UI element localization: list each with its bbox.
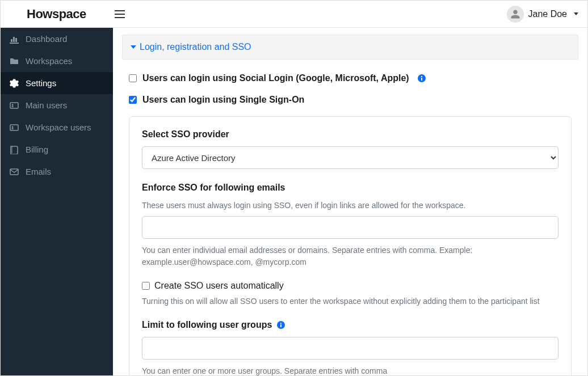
section-header-login-sso[interactable]: Login, registration and SSO <box>122 35 578 60</box>
sidebar-item-settings[interactable]: Settings <box>1 72 113 94</box>
sidebar-item-label: Main users <box>26 100 67 110</box>
chevron-down-icon <box>574 12 578 15</box>
sidebar: Dashboard Workspaces Settings Main users… <box>1 28 113 376</box>
enforce-sso-input[interactable] <box>142 216 558 239</box>
user-card-icon <box>10 123 19 132</box>
svg-rect-7 <box>421 76 422 77</box>
auto-create-checkbox[interactable] <box>142 282 150 290</box>
top-bar: Howspace Jane Doe <box>1 1 587 28</box>
sidebar-item-label: Emails <box>26 167 51 176</box>
info-icon[interactable] <box>417 74 426 83</box>
user-name: Jane Doe <box>528 9 568 19</box>
svg-point-3 <box>12 126 14 128</box>
gear-icon <box>10 79 19 88</box>
sidebar-item-workspace-users[interactable]: Workspace users <box>1 116 113 138</box>
main-content: Login, registration and SSO Users can lo… <box>113 28 587 376</box>
svg-rect-6 <box>421 78 422 81</box>
auto-create-label[interactable]: Create SSO users automatically <box>154 281 284 291</box>
limit-groups-input[interactable] <box>142 337 558 360</box>
chevron-down-icon <box>131 45 136 49</box>
sidebar-item-label: Workspaces <box>26 56 72 66</box>
user-card-icon <box>10 101 19 110</box>
enforce-sso-help: These users must always login using SSO,… <box>142 200 558 212</box>
chart-icon <box>10 35 19 44</box>
sso-login-label[interactable]: Users can login using Single Sign-On <box>142 95 304 105</box>
hamburger-menu-icon[interactable] <box>115 10 125 18</box>
social-login-label[interactable]: Users can login using Social Login (Goog… <box>142 73 409 83</box>
svg-rect-4 <box>10 169 18 175</box>
social-login-checkbox[interactable] <box>129 74 137 82</box>
brand-logo: Howspace <box>27 7 86 22</box>
info-icon[interactable] <box>276 320 285 329</box>
user-menu[interactable]: Jane Doe <box>507 6 579 23</box>
sso-provider-label: Select SSO provider <box>142 129 558 140</box>
section-title: Login, registration and SSO <box>140 42 251 52</box>
svg-rect-9 <box>280 324 282 327</box>
svg-rect-2 <box>10 125 18 130</box>
sso-provider-select[interactable]: Azure Active Directory <box>142 146 558 169</box>
svg-rect-10 <box>280 323 282 324</box>
enforce-sso-example: You can enter individual email addresses… <box>142 244 558 268</box>
sso-login-checkbox[interactable] <box>129 96 137 104</box>
limit-groups-help: You can enter one or more user groups. S… <box>142 365 558 376</box>
envelope-icon <box>10 167 19 176</box>
sidebar-item-main-users[interactable]: Main users <box>1 94 113 116</box>
folder-icon <box>10 57 19 66</box>
sidebar-item-label: Workspace users <box>26 122 91 132</box>
auto-create-help: Turning this on will allow all SSO users… <box>142 295 558 307</box>
sidebar-item-billing[interactable]: Billing <box>1 138 113 160</box>
sidebar-item-label: Billing <box>26 145 48 154</box>
sidebar-item-label: Settings <box>26 78 56 88</box>
sidebar-item-emails[interactable]: Emails <box>1 160 113 183</box>
sidebar-item-dashboard[interactable]: Dashboard <box>1 28 113 50</box>
sidebar-item-label: Dashboard <box>26 34 67 44</box>
svg-point-1 <box>12 104 14 105</box>
sidebar-item-workspaces[interactable]: Workspaces <box>1 50 113 72</box>
limit-groups-label: Limit to following user groups <box>142 320 558 330</box>
sso-panel: Select SSO provider Azure Active Directo… <box>129 116 572 376</box>
avatar-icon <box>507 6 524 23</box>
enforce-sso-label: Enforce SSO for following emails <box>142 183 558 193</box>
book-icon <box>10 145 19 154</box>
svg-rect-0 <box>10 103 18 108</box>
